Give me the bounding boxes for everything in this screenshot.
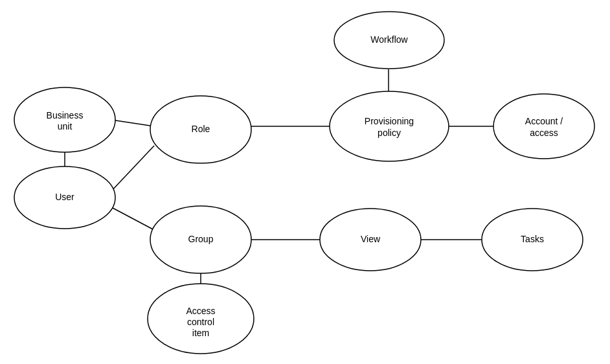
role-label: Role: [192, 124, 210, 134]
view-label: View: [361, 234, 381, 244]
node-access-control-item: Access control item: [148, 284, 254, 354]
svg-point-5: [493, 94, 594, 159]
node-view: View: [320, 209, 421, 271]
node-workflow: Workflow: [334, 12, 444, 69]
node-account-access: Account / access: [493, 94, 594, 159]
business-unit-label2: unit: [58, 121, 73, 131]
aci-label1: Access: [186, 306, 215, 316]
aci-label2: control: [187, 317, 214, 327]
business-unit-label: Business: [47, 110, 84, 120]
tasks-label: Tasks: [521, 234, 544, 244]
node-user: User: [14, 166, 115, 229]
connector-bu-role: [111, 120, 154, 126]
workflow-label: Workflow: [370, 34, 408, 45]
node-group: Group: [150, 206, 251, 273]
node-role: Role: [150, 96, 251, 163]
node-provisioning-policy: Provisioning policy: [330, 91, 449, 161]
svg-point-4: [330, 91, 449, 161]
aci-label3: item: [192, 328, 209, 338]
user-label: User: [55, 192, 74, 202]
group-label: Group: [188, 234, 214, 244]
provisioning-policy-label2: policy: [378, 128, 401, 138]
connector-user-group: [111, 207, 154, 230]
connector-user-role: [111, 146, 154, 191]
account-access-label2: access: [530, 128, 558, 138]
account-access-label1: Account /: [525, 116, 563, 126]
node-tasks: Tasks: [482, 209, 583, 271]
provisioning-policy-label1: Provisioning: [365, 116, 414, 126]
node-business-unit: Business unit: [14, 87, 115, 152]
